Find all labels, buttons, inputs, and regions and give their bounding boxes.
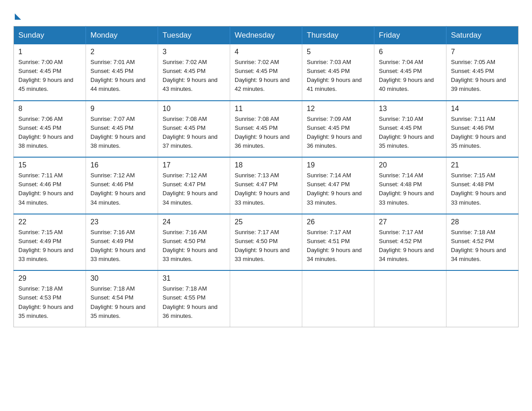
day-info: Sunrise: 7:18 AM Sunset: 4:54 PM Dayligh… bbox=[90, 284, 153, 321]
day-info: Sunrise: 7:09 AM Sunset: 4:45 PM Dayligh… bbox=[307, 115, 369, 151]
day-number: 9 bbox=[90, 105, 153, 113]
day-info: Sunrise: 7:02 AM Sunset: 4:45 PM Dayligh… bbox=[235, 58, 297, 94]
calendar-cell bbox=[374, 270, 446, 327]
day-number: 12 bbox=[307, 105, 369, 113]
calendar-week-row: 29 Sunrise: 7:18 AM Sunset: 4:53 PM Dayl… bbox=[14, 270, 519, 327]
calendar-week-row: 15 Sunrise: 7:11 AM Sunset: 4:46 PM Dayl… bbox=[14, 157, 519, 214]
day-number: 17 bbox=[163, 161, 225, 169]
day-info: Sunrise: 7:16 AM Sunset: 4:49 PM Dayligh… bbox=[90, 228, 153, 264]
day-info: Sunrise: 7:03 AM Sunset: 4:45 PM Dayligh… bbox=[307, 58, 369, 94]
day-info: Sunrise: 7:17 AM Sunset: 4:51 PM Dayligh… bbox=[307, 228, 369, 264]
day-number: 3 bbox=[163, 48, 225, 56]
calendar-cell: 25 Sunrise: 7:17 AM Sunset: 4:50 PM Dayl… bbox=[230, 214, 302, 271]
day-number: 15 bbox=[18, 161, 81, 169]
day-number: 5 bbox=[307, 48, 369, 56]
day-info: Sunrise: 7:00 AM Sunset: 4:45 PM Dayligh… bbox=[18, 58, 81, 94]
day-info: Sunrise: 7:08 AM Sunset: 4:45 PM Dayligh… bbox=[163, 115, 225, 151]
calendar-cell: 9 Sunrise: 7:07 AM Sunset: 4:45 PM Dayli… bbox=[86, 101, 158, 158]
calendar-cell: 15 Sunrise: 7:11 AM Sunset: 4:46 PM Dayl… bbox=[14, 157, 86, 214]
day-number: 29 bbox=[18, 274, 81, 283]
day-of-week-header: Monday bbox=[86, 26, 158, 45]
calendar-cell bbox=[446, 270, 519, 327]
calendar-cell: 21 Sunrise: 7:15 AM Sunset: 4:48 PM Dayl… bbox=[446, 157, 519, 214]
calendar-cell bbox=[230, 270, 302, 327]
calendar-cell: 16 Sunrise: 7:12 AM Sunset: 4:46 PM Dayl… bbox=[86, 157, 158, 214]
day-number: 20 bbox=[379, 161, 442, 169]
day-info: Sunrise: 7:02 AM Sunset: 4:45 PM Dayligh… bbox=[163, 58, 225, 94]
calendar-cell: 6 Sunrise: 7:04 AM Sunset: 4:45 PM Dayli… bbox=[374, 44, 446, 101]
day-info: Sunrise: 7:14 AM Sunset: 4:47 PM Dayligh… bbox=[307, 171, 369, 207]
day-of-week-header: Friday bbox=[374, 26, 446, 45]
calendar-cell: 31 Sunrise: 7:18 AM Sunset: 4:55 PM Dayl… bbox=[158, 270, 230, 327]
day-number: 14 bbox=[451, 105, 514, 113]
day-info: Sunrise: 7:18 AM Sunset: 4:55 PM Dayligh… bbox=[163, 284, 225, 321]
calendar-cell: 20 Sunrise: 7:14 AM Sunset: 4:48 PM Dayl… bbox=[374, 157, 446, 214]
calendar-cell: 28 Sunrise: 7:18 AM Sunset: 4:52 PM Dayl… bbox=[446, 214, 519, 271]
day-of-week-header: Saturday bbox=[446, 26, 519, 45]
day-info: Sunrise: 7:06 AM Sunset: 4:45 PM Dayligh… bbox=[18, 115, 81, 151]
day-number: 22 bbox=[18, 218, 81, 226]
day-info: Sunrise: 7:14 AM Sunset: 4:48 PM Dayligh… bbox=[379, 171, 442, 207]
day-info: Sunrise: 7:04 AM Sunset: 4:45 PM Dayligh… bbox=[379, 58, 442, 94]
day-info: Sunrise: 7:15 AM Sunset: 4:48 PM Dayligh… bbox=[451, 171, 514, 207]
calendar-cell: 1 Sunrise: 7:00 AM Sunset: 4:45 PM Dayli… bbox=[14, 44, 86, 101]
day-info: Sunrise: 7:08 AM Sunset: 4:45 PM Dayligh… bbox=[235, 115, 297, 151]
day-number: 10 bbox=[163, 105, 225, 113]
calendar-cell: 8 Sunrise: 7:06 AM Sunset: 4:45 PM Dayli… bbox=[14, 101, 86, 158]
day-number: 2 bbox=[90, 48, 153, 56]
day-info: Sunrise: 7:12 AM Sunset: 4:47 PM Dayligh… bbox=[163, 171, 225, 207]
calendar-cell: 27 Sunrise: 7:17 AM Sunset: 4:52 PM Dayl… bbox=[374, 214, 446, 271]
calendar-cell: 5 Sunrise: 7:03 AM Sunset: 4:45 PM Dayli… bbox=[302, 44, 374, 101]
day-number: 27 bbox=[379, 218, 442, 226]
day-number: 31 bbox=[163, 274, 225, 283]
calendar-cell: 22 Sunrise: 7:15 AM Sunset: 4:49 PM Dayl… bbox=[14, 214, 86, 271]
day-number: 1 bbox=[18, 48, 81, 56]
day-number: 6 bbox=[379, 48, 442, 56]
day-number: 7 bbox=[451, 48, 514, 56]
calendar-cell: 14 Sunrise: 7:11 AM Sunset: 4:46 PM Dayl… bbox=[446, 101, 519, 158]
day-info: Sunrise: 7:07 AM Sunset: 4:45 PM Dayligh… bbox=[90, 115, 153, 151]
logo bbox=[13, 12, 21, 18]
calendar-cell: 19 Sunrise: 7:14 AM Sunset: 4:47 PM Dayl… bbox=[302, 157, 374, 214]
day-number: 18 bbox=[235, 161, 297, 169]
calendar-cell: 11 Sunrise: 7:08 AM Sunset: 4:45 PM Dayl… bbox=[230, 101, 302, 158]
day-number: 21 bbox=[451, 161, 514, 169]
day-number: 4 bbox=[235, 48, 297, 56]
day-info: Sunrise: 7:17 AM Sunset: 4:50 PM Dayligh… bbox=[235, 228, 297, 264]
page-header bbox=[13, 9, 519, 18]
day-number: 24 bbox=[163, 218, 225, 226]
day-number: 30 bbox=[90, 274, 153, 283]
day-info: Sunrise: 7:11 AM Sunset: 4:46 PM Dayligh… bbox=[18, 171, 81, 207]
day-number: 13 bbox=[379, 105, 442, 113]
calendar-cell: 4 Sunrise: 7:02 AM Sunset: 4:45 PM Dayli… bbox=[230, 44, 302, 101]
day-of-week-header: Tuesday bbox=[158, 26, 230, 45]
calendar-cell: 26 Sunrise: 7:17 AM Sunset: 4:51 PM Dayl… bbox=[302, 214, 374, 271]
calendar-week-row: 1 Sunrise: 7:00 AM Sunset: 4:45 PM Dayli… bbox=[14, 44, 519, 101]
calendar-cell: 29 Sunrise: 7:18 AM Sunset: 4:53 PM Dayl… bbox=[14, 270, 86, 327]
calendar-cell: 10 Sunrise: 7:08 AM Sunset: 4:45 PM Dayl… bbox=[158, 101, 230, 158]
calendar-cell: 17 Sunrise: 7:12 AM Sunset: 4:47 PM Dayl… bbox=[158, 157, 230, 214]
calendar-cell bbox=[302, 270, 374, 327]
calendar-cell: 7 Sunrise: 7:05 AM Sunset: 4:45 PM Dayli… bbox=[446, 44, 519, 101]
calendar-week-row: 22 Sunrise: 7:15 AM Sunset: 4:49 PM Dayl… bbox=[14, 214, 519, 271]
day-number: 25 bbox=[235, 218, 297, 226]
day-number: 26 bbox=[307, 218, 369, 226]
calendar-cell: 24 Sunrise: 7:16 AM Sunset: 4:50 PM Dayl… bbox=[158, 214, 230, 271]
day-number: 28 bbox=[451, 218, 514, 226]
day-info: Sunrise: 7:11 AM Sunset: 4:46 PM Dayligh… bbox=[451, 115, 514, 151]
calendar-header-row: SundayMondayTuesdayWednesdayThursdayFrid… bbox=[14, 26, 519, 45]
calendar-table: SundayMondayTuesdayWednesdayThursdayFrid… bbox=[13, 26, 519, 327]
day-number: 16 bbox=[90, 161, 153, 169]
calendar-cell: 23 Sunrise: 7:16 AM Sunset: 4:49 PM Dayl… bbox=[86, 214, 158, 271]
day-of-week-header: Wednesday bbox=[230, 26, 302, 45]
logo-arrow-icon bbox=[15, 13, 21, 20]
calendar-cell: 18 Sunrise: 7:13 AM Sunset: 4:47 PM Dayl… bbox=[230, 157, 302, 214]
day-info: Sunrise: 7:16 AM Sunset: 4:50 PM Dayligh… bbox=[163, 228, 225, 264]
day-info: Sunrise: 7:18 AM Sunset: 4:53 PM Dayligh… bbox=[18, 284, 81, 321]
day-info: Sunrise: 7:15 AM Sunset: 4:49 PM Dayligh… bbox=[18, 228, 81, 264]
day-number: 19 bbox=[307, 161, 369, 169]
calendar-cell: 3 Sunrise: 7:02 AM Sunset: 4:45 PM Dayli… bbox=[158, 44, 230, 101]
day-info: Sunrise: 7:18 AM Sunset: 4:52 PM Dayligh… bbox=[451, 228, 514, 264]
day-info: Sunrise: 7:10 AM Sunset: 4:45 PM Dayligh… bbox=[379, 115, 442, 151]
day-info: Sunrise: 7:12 AM Sunset: 4:46 PM Dayligh… bbox=[90, 171, 153, 207]
